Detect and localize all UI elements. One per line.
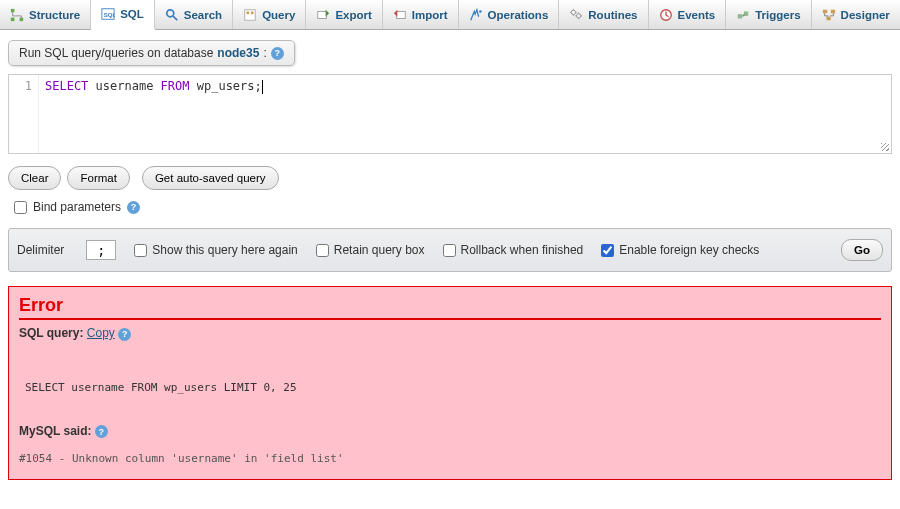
tab-label: Search xyxy=(184,9,222,21)
svg-point-12 xyxy=(479,10,482,13)
query-icon xyxy=(243,8,257,22)
bind-parameters-label: Bind parameters xyxy=(33,200,121,214)
show-again-label: Show this query here again xyxy=(152,243,297,257)
rollback-option[interactable]: Rollback when finished xyxy=(443,243,584,257)
svg-point-14 xyxy=(577,13,581,17)
rollback-checkbox[interactable] xyxy=(443,244,456,257)
retain-label: Retain query box xyxy=(334,243,425,257)
routines-icon xyxy=(569,8,583,22)
svg-rect-8 xyxy=(247,11,250,14)
svg-rect-11 xyxy=(396,11,405,18)
help-icon[interactable]: ? xyxy=(118,328,131,341)
search-icon xyxy=(165,8,179,22)
svg-rect-0 xyxy=(11,8,15,12)
svg-rect-16 xyxy=(738,14,742,18)
svg-rect-17 xyxy=(744,11,748,15)
svg-point-13 xyxy=(571,10,575,14)
tab-label: SQL xyxy=(120,8,144,20)
keyword: SELECT xyxy=(45,79,88,93)
database-name: node35 xyxy=(217,46,259,60)
tab-export[interactable]: Export xyxy=(306,0,382,29)
tab-label: Events xyxy=(678,9,716,21)
svg-rect-7 xyxy=(245,9,256,20)
tab-search[interactable]: Search xyxy=(155,0,233,29)
svg-rect-18 xyxy=(822,9,826,13)
sql-query-label: SQL query: xyxy=(19,326,83,340)
nav-tabs: Structure SQL SQL Search Query Export Im… xyxy=(0,0,900,30)
error-message: #1054 - Unknown column 'username' in 'fi… xyxy=(19,452,881,465)
bind-parameters-row: Bind parameters ? xyxy=(0,196,900,228)
retain-checkbox[interactable] xyxy=(316,244,329,257)
copy-link[interactable]: Copy xyxy=(87,326,115,340)
operations-icon xyxy=(469,8,483,22)
tab-label: Triggers xyxy=(755,9,800,21)
retain-option[interactable]: Retain query box xyxy=(316,243,425,257)
show-again-checkbox[interactable] xyxy=(134,244,147,257)
tab-label: Routines xyxy=(588,9,637,21)
svg-line-6 xyxy=(173,15,177,19)
tab-label: Export xyxy=(335,9,371,21)
structure-icon xyxy=(10,8,24,22)
error-panel: Error SQL query: Copy ? SELECT username … xyxy=(8,286,892,480)
go-button[interactable]: Go xyxy=(841,239,883,261)
keyword: FROM xyxy=(161,79,190,93)
sql-icon: SQL xyxy=(101,7,115,21)
help-icon[interactable]: ? xyxy=(127,201,140,214)
title-prefix: Run SQL query/queries on database xyxy=(19,46,213,60)
tab-operations[interactable]: Operations xyxy=(459,0,560,29)
editor-button-row: Clear Format Get auto-saved query xyxy=(0,154,900,196)
svg-rect-20 xyxy=(826,16,830,20)
title-suffix: : xyxy=(263,46,266,60)
delimiter-input[interactable] xyxy=(86,240,116,260)
foreign-key-label: Enable foreign key checks xyxy=(619,243,759,257)
code-text: wp_users; xyxy=(190,79,262,93)
bind-parameters-checkbox[interactable] xyxy=(14,201,27,214)
tab-structure[interactable]: Structure xyxy=(0,0,91,29)
delimiter-label: Delimiter xyxy=(17,243,64,257)
designer-icon xyxy=(822,8,836,22)
tab-label: Query xyxy=(262,9,295,21)
events-icon xyxy=(659,8,673,22)
rollback-label: Rollback when finished xyxy=(461,243,584,257)
foreign-key-checkbox[interactable] xyxy=(601,244,614,257)
tab-designer[interactable]: Designer xyxy=(812,0,900,29)
cursor xyxy=(262,80,263,94)
mysql-said-label: MySQL said: xyxy=(19,424,91,438)
help-icon[interactable]: ? xyxy=(95,425,108,438)
tab-routines[interactable]: Routines xyxy=(559,0,648,29)
code-area[interactable]: SELECT username FROM wp_users; xyxy=(39,75,891,153)
tab-label: Designer xyxy=(841,9,890,21)
executed-sql: SELECT username FROM wp_users LIMIT 0, 2… xyxy=(25,381,875,394)
error-title: Error xyxy=(19,295,881,320)
tab-sql[interactable]: SQL SQL xyxy=(91,0,155,30)
tab-label: Import xyxy=(412,9,448,21)
svg-rect-19 xyxy=(830,9,834,13)
tab-label: Operations xyxy=(488,9,549,21)
svg-rect-9 xyxy=(251,11,254,14)
triggers-icon xyxy=(736,8,750,22)
error-sql-query-line: SQL query: Copy ? xyxy=(19,326,881,341)
fk-option[interactable]: Enable foreign key checks xyxy=(601,243,759,257)
svg-rect-1 xyxy=(11,17,15,21)
tab-query[interactable]: Query xyxy=(233,0,306,29)
clear-button[interactable]: Clear xyxy=(8,166,61,190)
get-autosaved-button[interactable]: Get auto-saved query xyxy=(142,166,279,190)
code-text: username xyxy=(88,79,160,93)
tab-events[interactable]: Events xyxy=(649,0,727,29)
show-again-option[interactable]: Show this query here again xyxy=(134,243,297,257)
query-options-bar: Delimiter Show this query here again Ret… xyxy=(8,228,892,272)
help-icon[interactable]: ? xyxy=(271,47,284,60)
svg-point-5 xyxy=(167,9,174,16)
mysql-said-line: MySQL said: ? xyxy=(19,424,881,439)
import-icon xyxy=(393,8,407,22)
format-button[interactable]: Format xyxy=(67,166,129,190)
line-number: 1 xyxy=(9,75,39,153)
export-icon xyxy=(316,8,330,22)
sql-editor-container: 1 SELECT username FROM wp_users; xyxy=(8,74,892,154)
tab-triggers[interactable]: Triggers xyxy=(726,0,811,29)
sql-editor[interactable]: 1 SELECT username FROM wp_users; xyxy=(9,75,891,153)
tab-import[interactable]: Import xyxy=(383,0,459,29)
svg-rect-2 xyxy=(20,17,24,21)
query-title-bar: Run SQL query/queries on database node35… xyxy=(8,40,892,66)
svg-rect-10 xyxy=(318,11,327,18)
